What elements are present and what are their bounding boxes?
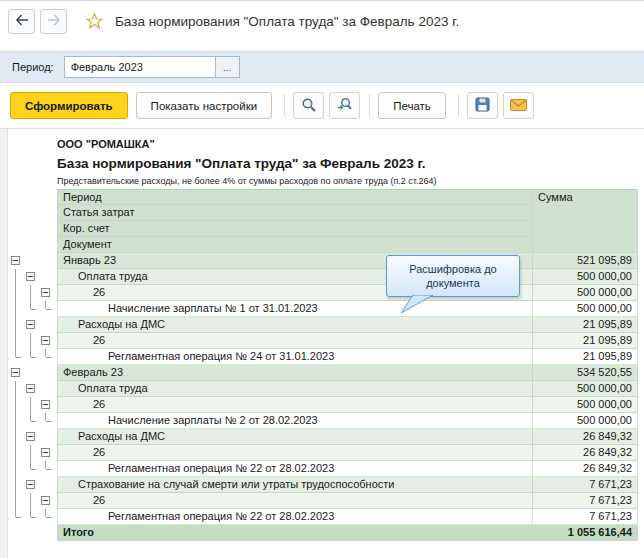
row-sum[interactable]: 500 000,00 [533, 301, 638, 317]
toolbar-separator [458, 94, 459, 117]
print-button[interactable]: Печать [378, 92, 446, 119]
collapse-toggle[interactable] [41, 336, 50, 345]
tree-gutter [8, 317, 57, 333]
collapse-toggle[interactable] [26, 320, 35, 329]
row-sum[interactable]: 21 095,89 [533, 317, 638, 333]
window-title: База нормирования "Оплата труда" за Февр… [115, 14, 459, 29]
period-input[interactable] [64, 56, 216, 78]
row-label[interactable]: 26 [57, 397, 533, 413]
row-sum[interactable]: 26 849,32 [533, 445, 638, 461]
tree-gutter [8, 285, 57, 301]
row-sum[interactable]: 21 095,89 [533, 333, 638, 349]
tree-line [15, 397, 16, 413]
total-sum[interactable]: 1 055 616,44 [533, 525, 638, 541]
report-row: Оплата труда500 000,00 [8, 381, 644, 397]
header-cell-sum[interactable]: Сумма [533, 189, 638, 205]
row-sum[interactable]: 500 000,00 [533, 397, 638, 413]
forward-button[interactable] [40, 9, 67, 34]
row-label[interactable]: Оплата труда [57, 381, 533, 397]
collapse-toggle[interactable] [26, 480, 35, 489]
row-label[interactable]: Начисление зарплаты № 1 от 31.01.2023 [57, 301, 533, 317]
row-sum[interactable]: 521 095,89 [533, 253, 638, 269]
row-label[interactable]: Регламентная операция № 22 от 28.02.2023 [57, 461, 533, 477]
header-cell-cost-item[interactable]: Статья затрат [57, 205, 533, 221]
row-sum[interactable]: 26 849,32 [533, 429, 638, 445]
favorite-star-icon[interactable] [86, 13, 103, 29]
collapse-toggle[interactable] [41, 448, 50, 457]
table-header-row: Документ [8, 237, 644, 253]
tree-line [45, 349, 46, 357]
period-picker-button[interactable]: ... [216, 56, 240, 78]
search-button[interactable] [293, 92, 324, 119]
collapse-toggle[interactable] [41, 400, 50, 409]
tree-line [46, 517, 51, 518]
row-label[interactable]: Начисление зарплаты № 2 от 28.02.2023 [57, 413, 533, 429]
row-label[interactable]: Регламентная операция № 24 от 31.01.2023 [57, 349, 533, 365]
tree-gutter [8, 221, 57, 237]
tree-line [45, 301, 46, 309]
tree-line [30, 285, 31, 301]
save-button[interactable] [467, 92, 498, 119]
tree-line [46, 421, 51, 422]
tree-line [30, 333, 31, 349]
spreadsheet: ООО "РОМАШКА" База нормирования "Оплата … [8, 129, 644, 541]
row-label[interactable]: 26 [57, 493, 533, 509]
row-sum[interactable]: 500 000,00 [533, 413, 638, 429]
email-button[interactable] [503, 92, 534, 119]
tree-line [31, 357, 36, 358]
row-sum[interactable]: 7 671,23 [533, 493, 638, 509]
row-label[interactable]: Февраль 23 [57, 365, 533, 381]
header-cell-empty[interactable] [533, 237, 638, 253]
row-label[interactable]: 26 [57, 445, 533, 461]
total-label[interactable]: Итого [57, 525, 533, 541]
callout-tail-icon [399, 295, 439, 315]
collapse-toggle[interactable] [11, 368, 20, 377]
row-sum[interactable]: 7 671,23 [533, 477, 638, 493]
report-row: Регламентная операция № 24 от 31.01.2023… [8, 349, 644, 365]
collapse-toggle[interactable] [26, 432, 35, 441]
generate-button[interactable]: Сформировать [10, 92, 128, 119]
back-button[interactable] [8, 9, 35, 34]
header-cell-corr-account[interactable]: Кор. счет [57, 221, 533, 237]
tree-line [15, 445, 16, 461]
row-label[interactable]: 26 [57, 333, 533, 349]
show-settings-button[interactable]: Показать настройки [136, 92, 273, 119]
report-toolbar: Сформировать Показать настройки Печать [0, 83, 644, 129]
back-arrow-icon [15, 14, 29, 28]
row-sum[interactable]: 500 000,00 [533, 285, 638, 301]
report-row: 2626 849,32 [8, 445, 644, 461]
header-cell-period[interactable]: Период [57, 189, 533, 205]
tree-gutter [8, 365, 57, 381]
tree-line [31, 469, 36, 470]
collapse-toggle[interactable] [41, 496, 50, 505]
row-sum[interactable]: 21 095,89 [533, 349, 638, 365]
header-cell-document[interactable]: Документ [57, 237, 533, 253]
collapse-toggle[interactable] [41, 288, 50, 297]
tree-line [45, 461, 46, 469]
tree-line [15, 461, 16, 477]
search-next-button[interactable] [329, 92, 360, 119]
collapse-toggle[interactable] [26, 384, 35, 393]
row-label[interactable]: Регламентная операция № 22 от 28.02.2023 [57, 509, 533, 525]
spacer [0, 41, 644, 51]
row-label[interactable]: Расходы на ДМС [57, 429, 533, 445]
row-sum[interactable]: 500 000,00 [533, 381, 638, 397]
row-sum[interactable]: 7 671,23 [533, 509, 638, 525]
row-sum[interactable]: 534 520,55 [533, 365, 638, 381]
table-header-row: Период Сумма [8, 189, 644, 205]
row-sum[interactable]: 26 849,32 [533, 461, 638, 477]
report-row: 2621 095,89 [8, 333, 644, 349]
collapse-toggle[interactable] [11, 256, 20, 265]
header-cell-empty[interactable] [533, 205, 638, 221]
row-sum[interactable]: 500 000,00 [533, 269, 638, 285]
collapse-toggle[interactable] [26, 272, 35, 281]
row-label[interactable]: Страхование на случай смерти или утраты … [57, 477, 533, 493]
tree-line [30, 349, 31, 357]
header-cell-empty[interactable] [533, 221, 638, 237]
row-label[interactable]: Расходы на ДМС [57, 317, 533, 333]
tree-gutter [8, 493, 57, 509]
report-row: Начисление зарплаты № 2 от 28.02.2023500… [8, 413, 644, 429]
tree-gutter [8, 429, 57, 445]
tree-line [15, 333, 16, 349]
table-header-row: Кор. счет [8, 221, 644, 237]
